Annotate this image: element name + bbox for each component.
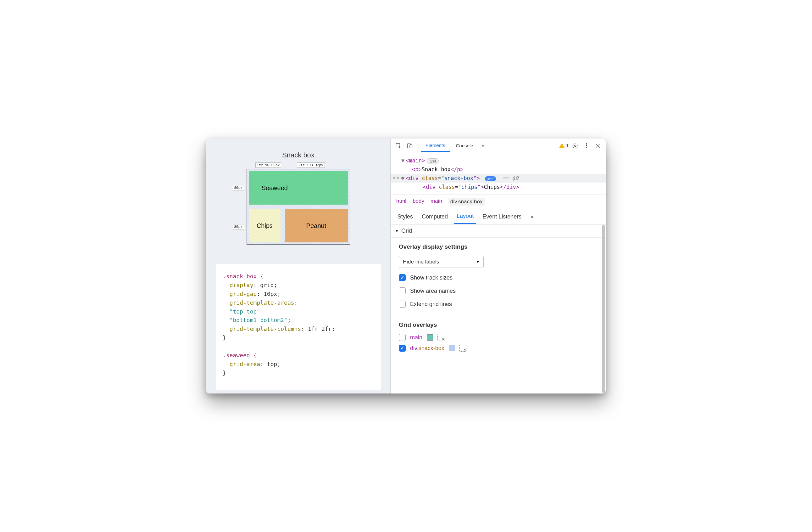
cell-seaweed: Seaweed <box>249 171 348 205</box>
dom-tree[interactable]: ▼<main>grid <p>Snack box</p> ▼<div class… <box>391 153 606 195</box>
devtools-toolbar: Elements Console » 1 <box>391 139 606 153</box>
checkbox-icon[interactable] <box>399 288 406 294</box>
checkbox-icon[interactable] <box>399 345 406 352</box>
devtools-window: Snack box 1fr·96.66px 2fr·193.32px 80px … <box>206 139 606 393</box>
line-labels-value: Hide line labels <box>403 259 439 265</box>
subtab-layout[interactable]: Layout <box>454 209 476 224</box>
color-swatch[interactable] <box>449 345 455 351</box>
breadcrumb-main[interactable]: main <box>431 198 442 206</box>
breadcrumb-html[interactable]: html <box>396 198 406 206</box>
checkbox-icon[interactable] <box>399 334 406 341</box>
grid-overlays: Grid overlays main div.snack-box <box>391 316 606 357</box>
reveal-element-icon[interactable] <box>460 345 466 352</box>
css-code-card: .snack-box { display: grid; grid-gap: 10… <box>216 264 381 390</box>
breadcrumb-body[interactable]: body <box>412 198 424 206</box>
svg-point-3 <box>575 145 576 146</box>
warning-icon <box>559 143 565 148</box>
page-title: Snack box <box>213 151 384 159</box>
warning-count: 1 <box>566 143 569 148</box>
option-show-area-names[interactable]: Show area names <box>399 288 597 294</box>
svg-point-5 <box>586 145 587 146</box>
kebab-icon[interactable] <box>582 141 591 151</box>
grid-badge[interactable]: grid <box>427 158 438 164</box>
track-label-row1: 80px <box>233 185 244 191</box>
overlay-settings-heading: Overlay display settings <box>399 243 597 250</box>
dom-node-snack-box[interactable]: ▼<div class="snack-box"> grid == $0 <box>391 174 606 183</box>
grid-overlay-snack-box[interactable]: div.snack-box <box>399 345 597 352</box>
breadcrumb-current[interactable]: div.snack-box <box>448 198 484 206</box>
cell-chips: Chips <box>249 209 280 242</box>
device-toggle-icon[interactable] <box>405 141 415 151</box>
option-extend-grid-lines[interactable]: Extend grid lines <box>399 300 597 308</box>
tab-elements[interactable]: Elements <box>421 139 450 152</box>
close-icon[interactable] <box>593 141 603 151</box>
grid-section-title: Grid <box>401 228 412 234</box>
subtab-event-listeners[interactable]: Event Listeners <box>480 210 524 224</box>
track-label-row2: 80px <box>233 224 244 229</box>
checkbox-icon[interactable] <box>399 274 406 281</box>
grid-section-header[interactable]: ▼ Grid <box>391 224 606 238</box>
grid-badge-active[interactable]: grid <box>485 176 496 181</box>
console-ref: == $0 <box>502 175 518 181</box>
grid-overlay-visual: 1fr·96.66px 2fr·193.32px 80px 80px Seawe… <box>247 169 350 245</box>
reveal-element-icon[interactable] <box>437 334 444 341</box>
svg-point-4 <box>586 143 587 144</box>
disclosure-triangle-icon: ▼ <box>395 229 399 233</box>
gear-icon[interactable] <box>570 141 580 151</box>
line-labels-select[interactable]: Hide line labels ▼ <box>399 256 484 268</box>
subtabs-overflow-icon[interactable]: » <box>528 213 536 220</box>
breadcrumb[interactable]: html body main div.snack-box <box>391 195 606 209</box>
page-preview-pane: Snack box 1fr·96.66px 2fr·193.32px 80px … <box>206 139 390 393</box>
grid-overlay-main[interactable]: main <box>399 334 597 341</box>
overlay-name: div.snack-box <box>410 345 444 352</box>
panel-subtabs: Styles Computed Layout Event Listeners » <box>391 209 606 224</box>
color-swatch[interactable] <box>427 334 433 340</box>
toolbar-separator <box>418 142 418 150</box>
grid-overlays-heading: Grid overlays <box>399 321 597 328</box>
cell-peanut: Peanut <box>285 209 348 242</box>
tabs-overflow-icon[interactable]: » <box>480 143 487 148</box>
warnings-badge[interactable]: 1 <box>559 143 569 148</box>
track-label-col1: 1fr·96.66px <box>255 163 281 168</box>
dom-node-chips[interactable]: <div class="chips">Chips</div> <box>401 183 606 192</box>
dom-node-p[interactable]: <p>Snack box</p> <box>401 165 606 174</box>
subtab-computed[interactable]: Computed <box>419 210 450 224</box>
track-label-col2: 2fr·193.32px <box>297 163 325 168</box>
overlay-display-settings: Overlay display settings Hide line label… <box>391 238 606 316</box>
svg-rect-2 <box>410 144 412 148</box>
dom-node-main[interactable]: ▼<main>grid <box>401 156 606 165</box>
chevron-down-icon: ▼ <box>476 260 480 264</box>
checkbox-icon[interactable] <box>399 300 406 308</box>
option-show-track-sizes[interactable]: Show track sizes <box>399 274 597 281</box>
svg-point-6 <box>586 147 587 148</box>
layout-panel: ▼ Grid Overlay display settings Hide lin… <box>391 224 606 393</box>
overlay-name: main <box>410 334 422 341</box>
tab-console[interactable]: Console <box>452 140 478 151</box>
inspect-icon[interactable] <box>394 141 403 151</box>
devtools-pane: Elements Console » 1 ▼<main>grid <box>390 139 606 393</box>
snack-box-grid: Seaweed Chips Peanut <box>247 169 350 245</box>
subtab-styles[interactable]: Styles <box>395 210 416 224</box>
